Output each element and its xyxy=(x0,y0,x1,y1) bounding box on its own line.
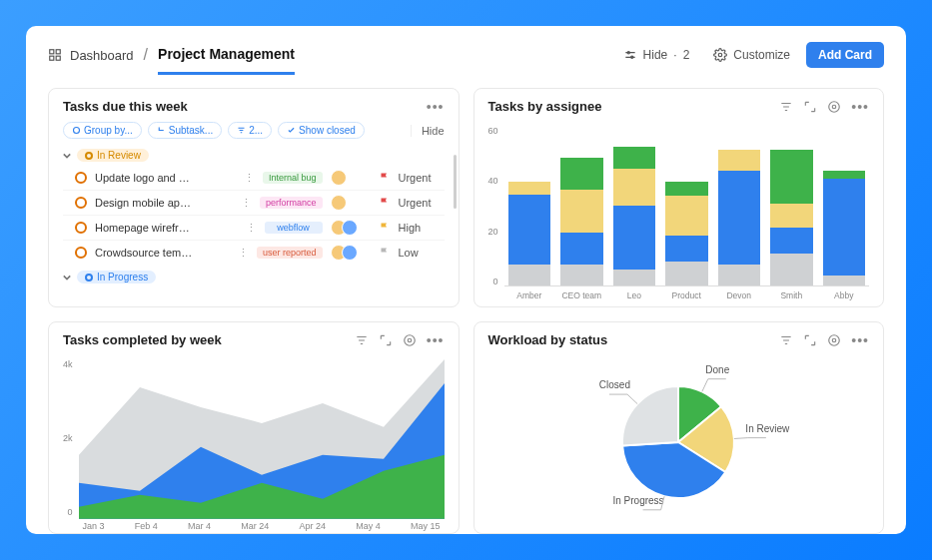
svg-point-15 xyxy=(829,335,840,346)
workload-card: Workload by status ••• DoneIn ReviewIn P… xyxy=(473,321,885,534)
filter-pill[interactable]: 2... xyxy=(228,122,272,139)
svg-point-11 xyxy=(829,101,840,112)
bar-chart: 6040200 AmberCEO teamLeoProductDevonSmit… xyxy=(474,122,884,306)
filter-icon[interactable] xyxy=(779,333,793,347)
gear-icon[interactable] xyxy=(403,333,417,347)
group-in-review[interactable]: In Review xyxy=(63,149,445,162)
status-circle-icon xyxy=(75,172,87,184)
priority-flag-icon xyxy=(379,172,391,184)
priority-label: Low xyxy=(399,247,445,259)
more-icon[interactable]: ••• xyxy=(427,333,445,347)
divider: ⋮ xyxy=(241,197,252,210)
divider: ⋮ xyxy=(238,247,249,260)
svg-point-9 xyxy=(74,128,80,134)
svg-rect-2 xyxy=(50,56,54,60)
status-circle-icon xyxy=(75,222,87,234)
bar-column xyxy=(560,126,603,285)
bar-column xyxy=(613,126,656,285)
bar-column xyxy=(770,126,813,285)
svg-rect-3 xyxy=(56,56,60,60)
task-tag: user reported xyxy=(257,247,323,259)
expand-icon[interactable] xyxy=(803,100,817,114)
svg-point-13 xyxy=(405,335,416,346)
assignees xyxy=(331,220,371,236)
bar-y-axis: 6040200 xyxy=(488,126,498,300)
task-toolbar: Group by... Subtask... 2... Show closed … xyxy=(49,122,459,147)
filter-icon[interactable] xyxy=(779,100,793,114)
gear-icon xyxy=(713,48,727,62)
task-list: In Review Update logo and … ⋮ Internal b… xyxy=(49,147,459,306)
group-in-progress[interactable]: In Progress xyxy=(63,271,445,283)
gear-icon[interactable] xyxy=(827,333,841,347)
assignees xyxy=(331,170,371,186)
caret-down-icon xyxy=(63,274,71,281)
assignees xyxy=(331,195,371,211)
tasks-by-assignee-card: Tasks by assignee ••• 6040200 AmberCEO t… xyxy=(473,88,885,307)
tasks-completed-card: Tasks completed by week ••• 4k2k0 Jan 3F… xyxy=(48,321,460,534)
status-circle-icon xyxy=(75,247,87,259)
card-title: Tasks completed by week xyxy=(63,332,355,347)
task-name: Update logo and … xyxy=(95,172,236,184)
task-row[interactable]: Design mobile ap… ⋮ performance Urgent xyxy=(63,191,445,216)
gear-icon[interactable] xyxy=(827,100,841,114)
customize-button[interactable]: Customize xyxy=(705,44,798,66)
area-plot xyxy=(79,359,445,519)
add-card-button[interactable]: Add Card xyxy=(806,42,884,68)
expand-icon[interactable] xyxy=(379,333,393,347)
caret-down-icon xyxy=(63,152,71,160)
avatar xyxy=(342,245,358,261)
task-name: Crowdsource tem… xyxy=(95,247,230,259)
bar-column xyxy=(823,126,866,285)
breadcrumb-current[interactable]: Project Management xyxy=(158,46,295,75)
divider: ⋮ xyxy=(246,222,257,235)
card-title: Tasks due this week xyxy=(63,99,427,114)
task-row[interactable]: Update logo and … ⋮ Internal bug Urgent xyxy=(63,166,445,191)
task-tag: performance xyxy=(260,197,323,209)
area-chart: 4k2k0 Jan 3Feb 4Mar 4Mar 24Apr 24May 4Ma… xyxy=(49,355,459,533)
svg-rect-1 xyxy=(56,50,60,54)
task-row[interactable]: Crowdsource tem… ⋮ user reported Low xyxy=(63,241,445,265)
divider: ⋮ xyxy=(244,172,255,185)
assignees xyxy=(331,245,371,261)
expand-icon[interactable] xyxy=(803,333,817,347)
task-name: Design mobile ap… xyxy=(95,197,233,209)
bar-column xyxy=(665,126,708,285)
priority-flag-icon xyxy=(379,247,391,259)
hide-button[interactable]: Hide · 2 xyxy=(615,44,698,66)
more-icon[interactable]: ••• xyxy=(427,100,445,114)
svg-point-14 xyxy=(833,338,837,342)
dashboard-grid: Tasks due this week ••• Group by... Subt… xyxy=(48,76,884,534)
bar-column xyxy=(718,126,761,285)
task-name: Homepage wirefr… xyxy=(95,222,238,234)
show-closed-pill[interactable]: Show closed xyxy=(278,122,365,139)
breadcrumb-root[interactable]: Dashboard xyxy=(70,48,134,63)
task-tag: Internal bug xyxy=(263,172,323,184)
hide-link[interactable]: Hide xyxy=(411,125,445,137)
priority-label: Urgent xyxy=(399,172,445,184)
more-icon[interactable]: ••• xyxy=(851,100,869,114)
tasks-due-card: Tasks due this week ••• Group by... Subt… xyxy=(48,88,460,307)
task-row[interactable]: Homepage wirefr… ⋮ webflow High xyxy=(63,216,445,241)
sliders-icon xyxy=(623,48,637,62)
avatar xyxy=(331,195,347,211)
bar-plot-area xyxy=(504,126,869,286)
task-tag: webflow xyxy=(265,222,323,234)
bar-column xyxy=(508,126,551,285)
area-y-axis: 4k2k0 xyxy=(63,359,73,531)
svg-point-10 xyxy=(833,105,837,109)
scrollbar[interactable] xyxy=(454,155,457,209)
card-title: Workload by status xyxy=(488,332,780,347)
subtasks-pill[interactable]: Subtask... xyxy=(148,122,222,139)
filter-icon[interactable] xyxy=(355,333,369,347)
svg-point-8 xyxy=(719,53,723,57)
breadcrumb-separator: / xyxy=(144,46,148,64)
pie-chart: DoneIn ReviewIn ProgressClosed xyxy=(474,355,884,533)
more-icon[interactable]: ••• xyxy=(851,333,869,347)
priority-flag-icon xyxy=(379,197,391,209)
avatar xyxy=(331,170,347,186)
header-bar: Dashboard / Project Management Hide · 2 … xyxy=(48,40,884,76)
svg-rect-0 xyxy=(50,50,54,54)
group-by-pill[interactable]: Group by... xyxy=(63,122,142,139)
app-window: Dashboard / Project Management Hide · 2 … xyxy=(26,26,906,534)
status-circle-icon xyxy=(75,197,87,209)
